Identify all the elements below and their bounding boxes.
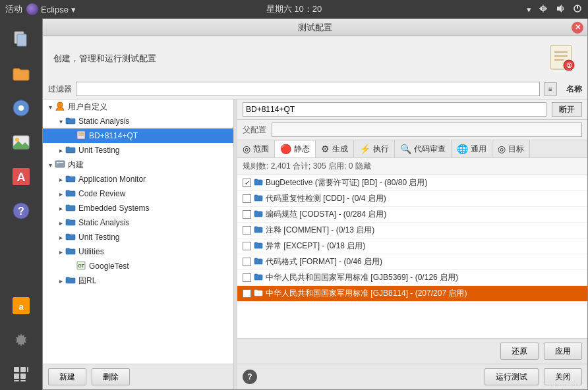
- rule-folder-icon-7: [254, 273, 263, 283]
- tree-container: ▾用户自定义▾Static AnalysisBD+8114+QT▸Unit Te…: [43, 99, 233, 364]
- rule-checkbox-5[interactable]: [243, 242, 251, 250]
- tree-item-1[interactable]: ▾用户自定义: [43, 99, 233, 114]
- collapse-button[interactable]: ≡: [544, 82, 557, 96]
- tree-toggle-9: ▸: [56, 218, 65, 227]
- watermark: CSDN @MnsMyx: [539, 382, 585, 389]
- rule-label-6: 代码格式 [FORMAT] - (0/46 启用): [266, 256, 382, 267]
- tree-item-12[interactable]: GTGoogleTest: [43, 259, 233, 273]
- sidebar-icon-disc[interactable]: [5, 92, 37, 124]
- rule-item-5[interactable]: 异常 [EXCEPT] - (0/18 启用): [237, 238, 587, 254]
- rule-checkbox-8[interactable]: ✓: [243, 289, 251, 298]
- tree-toggle-3: [67, 131, 76, 140]
- rule-folder-icon-6: [254, 257, 263, 267]
- sidebar-icon-files[interactable]: [5, 24, 37, 55]
- power-icon[interactable]: [572, 3, 583, 16]
- filter-input[interactable]: [76, 82, 540, 96]
- tree-item-8[interactable]: ▸Embedded Systems: [43, 201, 233, 215]
- rule-item-6[interactable]: 代码格式 [FORMAT] - (0/46 启用): [237, 254, 587, 270]
- rule-checkbox-4[interactable]: [243, 226, 251, 235]
- sidebar-icon-font[interactable]: A: [5, 161, 37, 192]
- tab-icon-execute: ⚡: [359, 144, 370, 154]
- svg-rect-8: [17, 34, 26, 46]
- svg-text:a: a: [18, 302, 24, 312]
- svg-text:?: ?: [18, 206, 24, 217]
- tree-item-5[interactable]: ▾内建: [43, 157, 233, 172]
- tab-execute[interactable]: ⚡执行: [354, 140, 395, 157]
- eclipse-menu[interactable]: Eclipse ▾: [26, 3, 76, 15]
- dropdown-arrow-icon: ▾: [527, 5, 531, 14]
- eclipse-dropdown-icon: ▾: [71, 5, 76, 14]
- tree-item-3[interactable]: BD+8114+QT: [43, 128, 233, 143]
- tree-item-6[interactable]: ▸Application Monitor: [43, 172, 233, 186]
- tree-label-13: 固RL: [78, 275, 96, 287]
- tab-static[interactable]: 🔴静态: [275, 141, 316, 158]
- tree-toggle-4: ▸: [56, 146, 65, 155]
- sidebar-icon-amazon[interactable]: a: [5, 290, 37, 321]
- tab-general[interactable]: 🌐通用: [452, 140, 492, 157]
- rule-item-3[interactable]: 编码规范 [CODSTA] - (0/284 启用): [237, 207, 587, 223]
- sidebar-icon-settings[interactable]: [5, 324, 37, 356]
- tab-generate[interactable]: ⚙生成: [316, 140, 354, 157]
- sidebar-icon-apps[interactable]: [5, 358, 37, 390]
- tab-label-codereview: 代码审查: [414, 144, 446, 155]
- parent-config-input[interactable]: [272, 123, 582, 137]
- svg-rect-38: [57, 162, 59, 163]
- rule-folder-icon-1: [254, 178, 263, 188]
- right-bottom-buttons-2: ? 运行测试 关闭: [237, 364, 587, 389]
- svg-rect-26: [20, 380, 26, 381]
- tab-scope[interactable]: ◎范围: [237, 140, 275, 157]
- tree-icon-3: [76, 130, 86, 142]
- sidebar-icon-image[interactable]: [5, 126, 37, 158]
- tab-codereview[interactable]: 🔍代码审查: [395, 140, 452, 157]
- tree-item-2[interactable]: ▾Static Analysis: [43, 114, 233, 128]
- delete-button[interactable]: 删除: [92, 368, 130, 385]
- rule-label-5: 异常 [EXCEPT] - (0/18 启用): [266, 240, 365, 252]
- tree-label-2: Static Analysis: [78, 117, 129, 126]
- sidebar-icon-folder[interactable]: [5, 58, 37, 90]
- rule-folder-icon-3: [254, 209, 263, 219]
- tree-item-7[interactable]: ▸Code Review: [43, 186, 233, 201]
- run-button[interactable]: 运行测试: [485, 368, 539, 385]
- rule-checkbox-1[interactable]: ✓: [243, 179, 251, 187]
- header-description: 创建，管理和运行测试配置: [53, 53, 156, 65]
- right-bottom-buttons-1: 还原 应用: [237, 338, 587, 364]
- tree-label-6: Application Monitor: [78, 175, 146, 184]
- network-icon[interactable]: [538, 3, 548, 16]
- tree-item-9[interactable]: ▸Static Analysis: [43, 215, 233, 230]
- tree-toggle-13: ▸: [56, 276, 65, 285]
- tree-item-4[interactable]: ▸Unit Testing: [43, 143, 233, 157]
- help-button[interactable]: ?: [243, 370, 257, 384]
- sidebar-icon-help[interactable]: ?: [5, 195, 37, 227]
- tree-icon-11: [65, 246, 76, 257]
- svg-text:①: ①: [566, 62, 572, 69]
- tree-item-13[interactable]: ▸固RL: [43, 273, 233, 288]
- rules-count: 规则数: 2,401 合计; 305 启用; 0 隐藏: [237, 158, 587, 175]
- tree-item-10[interactable]: ▸Unit Testing: [43, 230, 233, 244]
- rule-item-7[interactable]: 中华人民共和国国家军用标准 [GJB5369] - (0/126 启用): [237, 270, 587, 286]
- activities-button[interactable]: 活动: [5, 3, 22, 15]
- config-name-input[interactable]: [243, 102, 546, 117]
- rule-item-1[interactable]: ✓BugDetective (需要许可证) [BD] - (80/80 启用): [237, 175, 587, 191]
- tree-label-8: Embedded Systems: [78, 204, 149, 213]
- tree-icon-1: [55, 101, 65, 113]
- rule-checkbox-3[interactable]: [243, 210, 251, 219]
- tree-item-11[interactable]: ▸Utilities: [43, 244, 233, 259]
- apply-button[interactable]: 应用: [544, 343, 582, 360]
- rule-item-4[interactable]: 注释 [COMMENT] - (0/13 启用): [237, 223, 587, 238]
- rule-checkbox-7[interactable]: [243, 273, 251, 282]
- parent-config-label: 父配置: [243, 125, 266, 136]
- rule-item-8[interactable]: ✓中华人民共和国国家军用标准 [GJB8114] - (207/207 启用): [237, 286, 587, 302]
- header-area: 创建，管理和运行测试配置 ①: [43, 36, 587, 79]
- tab-icon-static: 🔴: [280, 144, 291, 154]
- rule-checkbox-2[interactable]: [243, 194, 251, 203]
- volume-icon[interactable]: [555, 3, 566, 16]
- svg-rect-24: [20, 374, 26, 379]
- disconnect-button[interactable]: 断开: [552, 102, 582, 117]
- rule-item-2[interactable]: 代码重复性检测 [CDD] - (0/4 启用): [237, 191, 587, 207]
- restore-button[interactable]: 还原: [500, 343, 539, 360]
- new-button[interactable]: 新建: [48, 368, 86, 385]
- window-close-button[interactable]: ✕: [572, 22, 583, 34]
- tab-target[interactable]: ◎目标: [492, 140, 530, 157]
- tree-icon-13: [65, 275, 76, 286]
- rule-checkbox-6[interactable]: [243, 258, 251, 266]
